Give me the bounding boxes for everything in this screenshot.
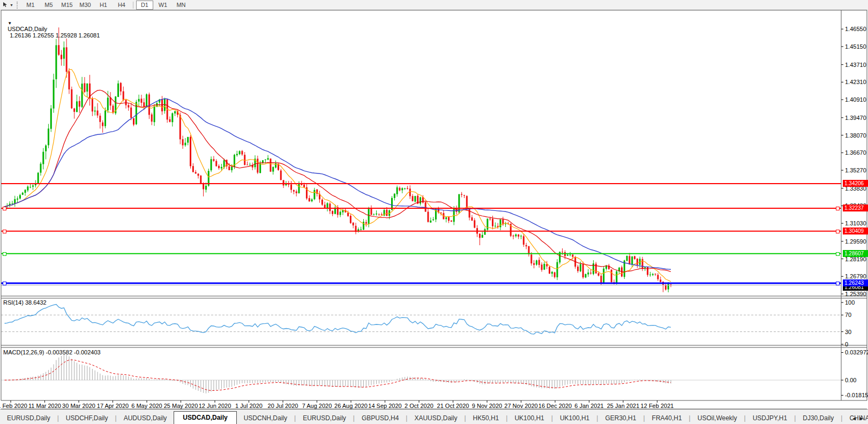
svg-text:1.29590: 1.29590 — [845, 238, 866, 245]
hline-price-badge-1.32237: 1.32237 — [843, 205, 868, 211]
svg-text:1.39470: 1.39470 — [845, 115, 866, 121]
hline-handle-1.28607[interactable] — [3, 252, 6, 256]
svg-text:6 Jan 2021: 6 Jan 2021 — [574, 403, 603, 409]
svg-text:1.40910: 1.40910 — [845, 96, 866, 103]
svg-text:1.25390: 1.25390 — [845, 291, 866, 297]
svg-text:1.31030: 1.31030 — [845, 220, 866, 226]
svg-text:14 Sep 2020: 14 Sep 2020 — [368, 403, 401, 409]
svg-text:1.38070: 1.38070 — [845, 132, 866, 139]
hline-price-badge-1.26243: 1.26243 — [843, 279, 868, 286]
rsi-indicator-label: RSI(14) 38.6432 — [3, 299, 47, 306]
svg-text:26 Aug 2020: 26 Aug 2020 — [334, 403, 368, 409]
chart-symbol-label: USDCAD,Daily — [8, 26, 47, 32]
svg-text:1.42310: 1.42310 — [845, 79, 866, 85]
hline-handle-1.26243[interactable] — [836, 282, 840, 285]
macd-indicator-label: MACD(12,26,9) -0.003582 -0.002403 — [3, 349, 101, 355]
rsi-panel-graphics — [1, 315, 841, 331]
ma-fast-line — [5, 70, 671, 282]
svg-text:21 Oct 2020: 21 Oct 2020 — [437, 403, 469, 409]
svg-text:0.032972: 0.032972 — [845, 349, 868, 355]
hline-handle-1.32237[interactable] — [836, 207, 840, 210]
rsi-line — [5, 305, 671, 335]
hline-price-badge-1.30409: 1.30409 — [843, 228, 868, 234]
svg-text:1.46550: 1.46550 — [845, 26, 866, 32]
svg-text:1.43710: 1.43710 — [845, 62, 866, 68]
svg-text:100: 100 — [845, 299, 855, 306]
svg-text:30: 30 — [845, 329, 851, 335]
hline-price-badge-1.34206: 1.34206 — [843, 180, 868, 187]
svg-text:0: 0 — [845, 341, 848, 347]
svg-text:27 Nov 2020: 27 Nov 2020 — [504, 403, 537, 409]
svg-text:7 Aug 2020: 7 Aug 2020 — [302, 403, 332, 409]
chart-canvas[interactable]: 1.465501.451501.437101.423101.409101.394… — [0, 0, 868, 424]
svg-text:20 Jul 2020: 20 Jul 2020 — [268, 403, 298, 409]
svg-text:12 Feb 2021: 12 Feb 2021 — [641, 403, 674, 409]
svg-text:0.00: 0.00 — [845, 377, 856, 383]
chart-ohlc-values: 1.26136 1.26255 1.25928 1.26081 — [10, 32, 100, 39]
svg-text:11 Mar 2020: 11 Mar 2020 — [28, 403, 61, 409]
svg-text:16 Dec 2020: 16 Dec 2020 — [538, 403, 572, 409]
svg-text:2 Oct 2020: 2 Oct 2020 — [405, 403, 433, 409]
svg-text:70: 70 — [845, 312, 851, 318]
date-axis[interactable]: 21 Feb 202011 Mar 202030 Mar 202017 Apr … — [0, 400, 674, 409]
svg-text:21 Feb 2020: 21 Feb 2020 — [0, 403, 27, 409]
svg-text:12 Jun 2020: 12 Jun 2020 — [199, 403, 231, 409]
svg-text:1 Jul 2020: 1 Jul 2020 — [235, 403, 263, 409]
svg-text:9 Nov 2020: 9 Nov 2020 — [472, 403, 502, 409]
svg-text:1.45150: 1.45150 — [845, 43, 866, 50]
hline-handle-1.30409[interactable] — [3, 230, 6, 233]
svg-text:6 May 2020: 6 May 2020 — [131, 403, 162, 409]
svg-text:30 Mar 2020: 30 Mar 2020 — [62, 403, 95, 409]
hline-handle-1.26243[interactable] — [3, 282, 6, 285]
hline-handle-1.28607[interactable] — [836, 252, 840, 256]
hline-handle-1.32237[interactable] — [3, 207, 6, 210]
symbol-dropdown-icon[interactable]: ▼ — [8, 21, 12, 26]
svg-text:17 Apr 2020: 17 Apr 2020 — [97, 403, 129, 409]
candlestick-series — [4, 27, 672, 292]
svg-text:-0.018154: -0.018154 — [845, 392, 868, 398]
hline-price-badge-1.28607: 1.28607 — [843, 250, 868, 257]
svg-text:1.36670: 1.36670 — [845, 149, 866, 156]
svg-text:25 Jan 2021: 25 Jan 2021 — [607, 403, 640, 409]
svg-text:25 May 2020: 25 May 2020 — [164, 403, 198, 409]
price-axis[interactable]: 1.465501.451501.437101.423101.409101.394… — [841, 26, 868, 398]
chart-title: ▼ USDCAD,Daily 1.26136 1.26255 1.25928 1… — [4, 13, 100, 39]
hline-handle-1.30409[interactable] — [836, 230, 840, 233]
svg-text:1.26790: 1.26790 — [845, 273, 866, 279]
svg-text:1.35270: 1.35270 — [845, 167, 866, 173]
macd-panel-graphics — [1, 354, 841, 393]
